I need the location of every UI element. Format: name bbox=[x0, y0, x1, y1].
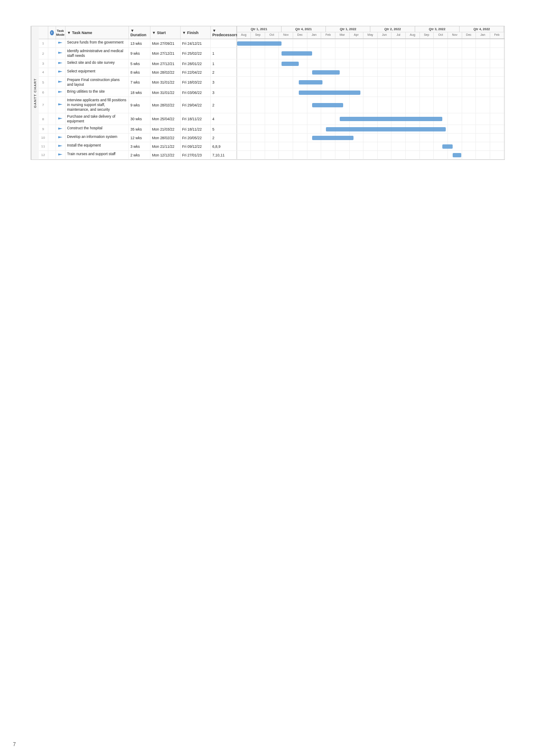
gantt-chart: GANTT CHART i TaskMode ▼ Task Name ▼ Dur… bbox=[31, 26, 505, 160]
month-cell-sep: Sep bbox=[251, 32, 265, 38]
gantt-bar bbox=[282, 51, 313, 56]
row-number: 4 bbox=[39, 68, 48, 76]
task-table-row: 8 Purchase and take delivery of equipmen… bbox=[39, 113, 237, 125]
table-row[interactable]: 1 Secure funds from the government 13 wk… bbox=[39, 39, 504, 48]
table-row[interactable]: 9 Construct the hospital 35 wks Mon 21/0… bbox=[39, 125, 504, 134]
task-finish: Fri 18/11/22 bbox=[181, 125, 211, 133]
task-predecessors bbox=[211, 39, 237, 47]
task-predecessors: 3 bbox=[211, 88, 237, 97]
th-info: i bbox=[48, 26, 56, 39]
th-task-name[interactable]: ▼ Task Name bbox=[66, 26, 129, 39]
th-predecessors[interactable]: ▼ Predecessors bbox=[211, 26, 237, 39]
task-duration: 30 wks bbox=[129, 113, 150, 125]
task-duration: 9 wks bbox=[129, 97, 150, 113]
row-number: 2 bbox=[39, 48, 48, 59]
task-finish: Fri 29/04/22 bbox=[181, 97, 211, 113]
row-info bbox=[48, 39, 56, 47]
month-cell-mar: Mar bbox=[335, 32, 350, 38]
row-info bbox=[48, 151, 56, 159]
task-predecessors: 7,10,11 bbox=[211, 151, 237, 159]
task-table-row: 1 Secure funds from the government 13 wk… bbox=[39, 39, 237, 47]
task-name: Bring utilities to the site bbox=[66, 88, 129, 97]
table-row[interactable]: 11 Install the equipment 3 wks Mon 21/11… bbox=[39, 142, 504, 151]
row-number: 6 bbox=[39, 88, 48, 97]
task-start: Mon 28/02/22 bbox=[150, 134, 181, 142]
gantt-bar bbox=[312, 103, 343, 107]
timeline-row bbox=[237, 125, 504, 133]
timeline-row bbox=[237, 77, 504, 88]
quarter-q4-2022: Qtr 4, 2022 bbox=[460, 26, 504, 32]
task-predecessors: 2 bbox=[211, 97, 237, 113]
row-number: 11 bbox=[39, 142, 48, 150]
task-table-row: 5 Prepare Final construction plans and l… bbox=[39, 77, 237, 88]
row-mode bbox=[56, 39, 66, 47]
task-predecessors: 1 bbox=[211, 48, 237, 59]
table-row[interactable]: 8 Purchase and take delivery of equipmen… bbox=[39, 113, 504, 125]
th-mode: TaskMode bbox=[56, 26, 66, 39]
task-duration: 7 wks bbox=[129, 77, 150, 88]
quarter-q4-2021: Qtr 4, 2021 bbox=[282, 26, 326, 32]
task-start: Mon 28/02/22 bbox=[150, 97, 181, 113]
table-row[interactable]: 4 Select equipment 8 wks Mon 28/02/22 Fr… bbox=[39, 68, 504, 77]
month-cell-jul: Jul bbox=[391, 32, 406, 38]
month-cell-sep: Sep bbox=[420, 32, 434, 38]
gantt-bar bbox=[237, 41, 282, 46]
th-start[interactable]: ▼ Start bbox=[150, 26, 181, 39]
month-cell-apr: Apr bbox=[350, 32, 364, 38]
row-mode bbox=[56, 113, 66, 125]
table-row[interactable]: 2 Identify administrative and medical st… bbox=[39, 48, 504, 59]
task-start: Mon 27/12/21 bbox=[150, 48, 181, 59]
task-duration: 9 wks bbox=[129, 48, 150, 59]
quarter-q1-2021: Qtr 1, 2021 bbox=[237, 26, 282, 32]
timeline-row bbox=[237, 59, 504, 68]
row-info bbox=[48, 134, 56, 142]
task-duration: 13 wks bbox=[129, 39, 150, 47]
task-predecessors: 2 bbox=[211, 134, 237, 142]
table-row[interactable]: 12 Train nurses and support staff 2 wks … bbox=[39, 151, 504, 159]
task-predecessors: 4 bbox=[211, 113, 237, 125]
task-predecessors: 3 bbox=[211, 77, 237, 88]
task-duration: 3 wks bbox=[129, 142, 150, 150]
table-row[interactable]: 10 Develop an information system 12 wks … bbox=[39, 134, 504, 142]
task-duration: 12 wks bbox=[129, 134, 150, 142]
row-info bbox=[48, 77, 56, 88]
th-duration[interactable]: ▼ Duration bbox=[129, 26, 150, 39]
table-row[interactable]: 3 Select site and do site survey 5 wks M… bbox=[39, 59, 504, 68]
quarter-q3-2022: Qtr 3, 2022 bbox=[415, 26, 460, 32]
table-row[interactable]: 5 Prepare Final construction plans and l… bbox=[39, 77, 504, 88]
task-finish: Fri 25/02/22 bbox=[181, 48, 211, 59]
month-cell-aug: Aug bbox=[237, 32, 251, 38]
task-finish: Fri 27/01/23 bbox=[181, 151, 211, 159]
month-cell-jan: Jan bbox=[476, 32, 490, 38]
task-finish: Fri 03/06/22 bbox=[181, 88, 211, 97]
row-number: 10 bbox=[39, 134, 48, 142]
row-info bbox=[48, 88, 56, 97]
row-info bbox=[48, 113, 56, 125]
month-cell-aug: Aug bbox=[406, 32, 420, 38]
task-start: Mon 27/12/21 bbox=[150, 59, 181, 68]
row-info bbox=[48, 68, 56, 76]
month-cell-may: May bbox=[363, 32, 378, 38]
task-name: Install the equipment bbox=[66, 142, 129, 150]
task-finish: Fri 22/04/22 bbox=[181, 68, 211, 76]
row-number: 1 bbox=[39, 39, 48, 47]
gantt-bar bbox=[312, 136, 353, 140]
task-name: Train nurses and support staff bbox=[66, 151, 129, 159]
month-cell-nov: Nov bbox=[448, 32, 462, 38]
row-mode bbox=[56, 77, 66, 88]
row-mode bbox=[56, 59, 66, 68]
table-row[interactable]: 6 Bring utilities to the site 18 wks Mon… bbox=[39, 88, 504, 97]
row-mode bbox=[56, 88, 66, 97]
th-finish[interactable]: ▼ Finish bbox=[181, 26, 211, 39]
month-cell-oct: Oct bbox=[434, 32, 448, 38]
month-cell-jan: Jan bbox=[307, 32, 322, 38]
task-duration: 18 wks bbox=[129, 88, 150, 97]
timeline-quarters: Qtr 1, 2021 Qtr 4, 2021 Qtr 1, 2022 Qtr … bbox=[237, 26, 504, 32]
row-number: 9 bbox=[39, 125, 48, 133]
task-start: Mon 21/11/22 bbox=[150, 142, 181, 150]
task-start: Mon 31/01/22 bbox=[150, 88, 181, 97]
table-row[interactable]: 7 Interview applicants and fill position… bbox=[39, 97, 504, 113]
gantt-bar bbox=[442, 144, 453, 149]
task-start: Mon 25/04/22 bbox=[150, 113, 181, 125]
row-mode bbox=[56, 151, 66, 159]
